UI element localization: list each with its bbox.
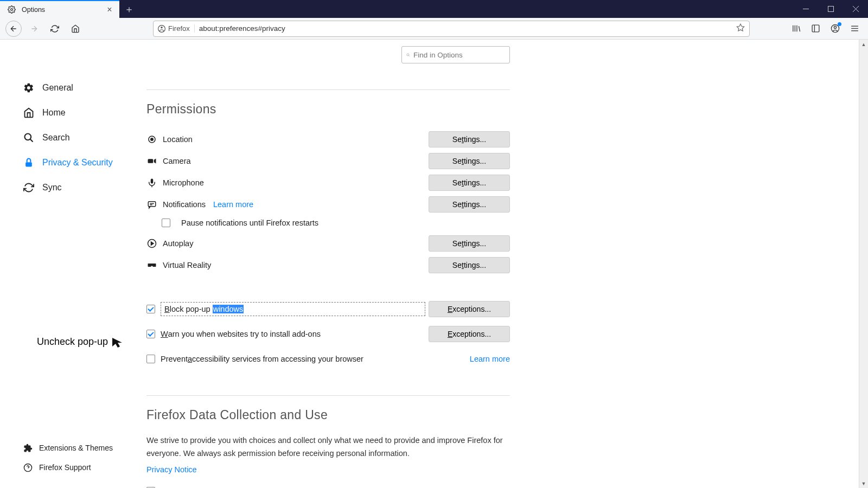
svg-point-0: [10, 9, 12, 11]
url-identity-label: Firefox: [168, 24, 190, 33]
permission-camera-row: Camera Settings...: [146, 150, 510, 172]
sidebar: General Home Search Privacy & Security S…: [23, 75, 131, 200]
close-window-button[interactable]: [843, 0, 868, 18]
block-popup-label: Block pop-up windows: [161, 302, 425, 316]
sidebars-button[interactable]: [807, 21, 824, 37]
svg-rect-8: [812, 25, 819, 32]
location-settings-button[interactable]: Settings...: [429, 131, 510, 147]
annotation-uncheck-popup: Uncheck pop-up: [37, 336, 124, 348]
pause-notifications-checkbox[interactable]: [162, 219, 170, 227]
warn-addons-checkbox[interactable]: [146, 330, 155, 338]
permission-microphone-row: Microphone Settings...: [146, 172, 510, 194]
search-icon: [23, 132, 35, 144]
privacy-notice-link[interactable]: Privacy Notice: [146, 465, 197, 474]
notification-icon: [146, 199, 157, 210]
location-icon: [146, 134, 157, 145]
sidebar-item-sync[interactable]: Sync: [23, 175, 131, 200]
reload-button[interactable]: [47, 21, 63, 37]
datacoll-heading: Firefox Data Collection and Use: [146, 408, 510, 422]
sidebar-item-home[interactable]: Home: [23, 100, 131, 125]
svg-point-17: [25, 134, 31, 140]
permissions-heading: Permissions: [146, 102, 510, 117]
close-icon[interactable]: ×: [105, 5, 114, 14]
forward-button[interactable]: [26, 21, 42, 37]
svg-marker-7: [737, 24, 744, 31]
autoplay-settings-button[interactable]: Settings...: [429, 235, 510, 252]
addons-exceptions-button[interactable]: Exceptions...: [429, 326, 510, 342]
star-icon[interactable]: [736, 23, 745, 34]
sidebar-item-support[interactable]: Firefox Support: [23, 458, 113, 477]
camera-icon: [146, 156, 157, 166]
search-icon: [406, 52, 410, 59]
options-search[interactable]: [401, 46, 510, 63]
svg-point-15: [407, 53, 409, 55]
permission-label: Microphone: [163, 178, 204, 187]
svg-marker-25: [154, 159, 156, 164]
cursor-arrow-icon: [111, 337, 124, 348]
scroll-down-icon[interactable]: ▼: [859, 479, 868, 488]
notification-dot-icon: [838, 22, 841, 26]
help-icon: [23, 463, 33, 472]
options-search-input[interactable]: [413, 51, 505, 59]
library-button[interactable]: [788, 21, 804, 37]
notifications-learn-more-link[interactable]: Learn more: [213, 200, 253, 209]
block-popup-checkbox[interactable]: [146, 305, 155, 313]
new-tab-button[interactable]: ＋: [119, 0, 139, 18]
prevent-a11y-checkbox[interactable]: [146, 355, 155, 363]
prevent-a11y-label: Prevent accessibility services from acce…: [161, 355, 462, 363]
url-bar[interactable]: Firefox about:preferences#privacy: [153, 21, 750, 37]
permission-label: Autoplay: [163, 239, 193, 248]
home-button[interactable]: [67, 21, 84, 37]
svg-rect-19: [25, 162, 32, 166]
permission-label: Notifications: [163, 200, 206, 209]
block-popup-row: Block pop-up windows Exceptions...: [146, 300, 510, 318]
allow-tech-row: Allow Firefox to send technical and inte…: [146, 482, 510, 488]
permission-label: Virtual Reality: [163, 261, 211, 269]
popup-exceptions-button[interactable]: Exceptions...: [429, 301, 510, 317]
content-area: General Home Search Privacy & Security S…: [0, 40, 868, 488]
puzzle-icon: [23, 443, 33, 453]
microphone-icon: [146, 177, 157, 188]
sidebar-item-label: Home: [42, 108, 66, 118]
sync-icon: [23, 182, 35, 194]
a11y-learn-more-link[interactable]: Learn more: [470, 355, 510, 363]
permission-vr-row: Virtual Reality Settings...: [146, 254, 510, 276]
notifications-settings-button[interactable]: Settings...: [429, 196, 510, 213]
annotation-text: Uncheck pop-up: [37, 336, 108, 348]
maximize-button[interactable]: [818, 0, 843, 18]
vertical-scrollbar[interactable]: ▲ ▼: [859, 40, 868, 488]
datacoll-desc: We strive to provide you with choices an…: [146, 434, 510, 460]
microphone-settings-button[interactable]: Settings...: [429, 175, 510, 191]
sidebar-item-privacy[interactable]: Privacy & Security: [23, 150, 131, 175]
sidebar-item-search[interactable]: Search: [23, 125, 131, 150]
sidebar-item-extensions[interactable]: Extensions & Themes: [23, 438, 113, 458]
preferences-main: Permissions Location Settings... Camera …: [146, 89, 510, 488]
vr-icon: [146, 260, 157, 271]
sidebar-item-general[interactable]: General: [23, 75, 131, 100]
svg-line-16: [409, 55, 410, 56]
tab-options[interactable]: Options ×: [0, 0, 119, 18]
home-icon: [23, 107, 35, 119]
url-text: about:preferences#privacy: [199, 24, 732, 33]
app-menu-button[interactable]: [846, 21, 863, 37]
permission-notifications-row: Notifications Learn more Settings...: [146, 194, 510, 215]
permission-autoplay-row: Autoplay Settings...: [146, 233, 510, 254]
svg-rect-24: [148, 159, 154, 163]
tab-bar: Options × ＋: [0, 0, 868, 18]
account-button[interactable]: [827, 21, 843, 37]
gear-icon: [5, 4, 17, 16]
scroll-up-icon[interactable]: ▲: [859, 40, 868, 49]
minimize-button[interactable]: [793, 0, 818, 18]
back-button[interactable]: [5, 21, 22, 37]
url-identity: Firefox: [158, 24, 195, 33]
pause-notifications-label: Pause notifications until Firefox restar…: [181, 219, 318, 227]
pause-notifications-row: Pause notifications until Firefox restar…: [162, 219, 510, 227]
vr-settings-button[interactable]: Settings...: [429, 257, 510, 273]
prevent-a11y-row: Prevent accessibility services from acce…: [146, 350, 510, 368]
svg-rect-26: [151, 179, 154, 184]
permission-label: Location: [163, 135, 193, 144]
gear-icon: [23, 82, 35, 94]
window-controls: [793, 0, 868, 18]
svg-point-11: [834, 26, 836, 28]
camera-settings-button[interactable]: Settings...: [429, 153, 510, 169]
